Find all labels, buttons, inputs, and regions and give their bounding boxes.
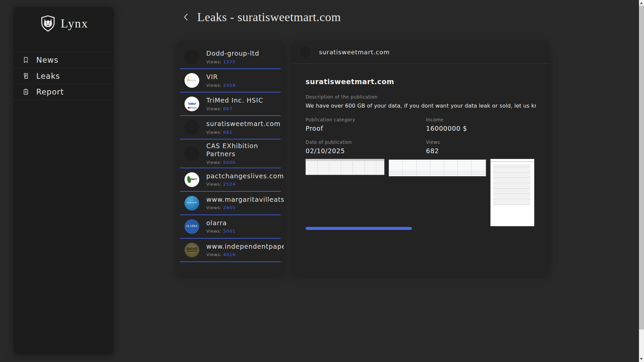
lynx-shield-icon — [39, 15, 57, 32]
sidebar-nav: News Leaks Report — [13, 52, 114, 100]
chevron-left-icon — [182, 13, 190, 21]
page-header: Leaks - suratisweetmart.com — [181, 10, 341, 24]
avatar — [300, 47, 311, 58]
field-income: Income 16000000 $ — [426, 117, 536, 132]
list-item[interactable]: Margaritavillewww.margaritavilleatseaVie… — [177, 192, 284, 215]
sidebar-item-label: Leaks — [36, 72, 60, 80]
back-button[interactable] — [181, 11, 191, 23]
bookmark-icon — [22, 56, 30, 64]
leaks-list: Dodd-group-ltdViews: 1375ABrambyVIRViews… — [177, 46, 284, 262]
detail-fields: Publication category Proof Income 160000… — [306, 117, 536, 155]
list-item[interactable]: Dodd-group-ltdViews: 1375 — [177, 46, 284, 68]
scroll-down-arrow-icon[interactable] — [640, 358, 643, 360]
field-label: Income — [426, 117, 536, 122]
gallery-horizontal-scrollbar[interactable] — [306, 227, 536, 230]
leak-views: Views: 681 — [206, 130, 284, 135]
sidebar-item-label: News — [36, 56, 58, 64]
leak-name: TriMed Inc. HSIC — [206, 97, 284, 105]
field-label: Publication category — [306, 117, 426, 122]
leak-name: suratisweetmart.com — [206, 120, 284, 128]
avatar: OLARRA — [184, 219, 199, 234]
description-label: Description of the publication — [306, 94, 536, 100]
leak-views: Views: 697 — [206, 106, 284, 111]
field-views: Views 682 — [426, 139, 536, 155]
list-item[interactable]: CAS EXhibition PartnersViews: 5000 — [177, 139, 284, 168]
detail-title: suratisweetmart.com — [306, 78, 536, 86]
field-value: 02/10/2025 — [306, 147, 426, 155]
field-value: Proof — [306, 125, 426, 132]
scroll-up-arrow-icon[interactable] — [640, 2, 643, 4]
avatar — [184, 50, 199, 64]
description-text: We have over 600 GB of your data, if you… — [306, 103, 536, 109]
avatar: Margaritaville — [184, 196, 199, 210]
leak-views: Views: 5000 — [206, 160, 284, 165]
list-item[interactable]: PACTpactchangeslives.comViews: 2524 — [177, 168, 284, 191]
leaks-list-panel: Dodd-group-ltdViews: 1375ABrambyVIRViews… — [177, 41, 284, 276]
app-logo: Lynx — [13, 15, 114, 32]
avatar — [184, 146, 199, 161]
leak-name: VIR — [206, 73, 284, 81]
proof-gallery — [306, 159, 536, 226]
sidebar-item-report[interactable]: Report — [13, 84, 114, 100]
list-item[interactable]: INDEPENDENT PAPERBOARD MARKETINGwww.inde… — [177, 239, 284, 261]
leak-views: Views: 5001 — [206, 229, 284, 234]
sidebar-item-news[interactable]: News — [13, 52, 114, 68]
field-value: 682 — [426, 147, 536, 155]
vertical-scrollbar[interactable] — [639, 0, 644, 362]
proof-image-2[interactable] — [389, 160, 486, 176]
leak-name: pactchangeslives.com — [206, 172, 284, 180]
sidebar-item-label: Report — [36, 87, 64, 96]
avatar: ABramby — [184, 73, 199, 88]
list-item[interactable]: TriMedTriMed Inc. HSICViews: 697 — [177, 93, 284, 115]
detail-header-name: suratisweetmart.com — [319, 49, 390, 56]
leak-detail-panel: suratisweetmart.com suratisweetmart.com … — [292, 41, 549, 276]
leak-name: olarra — [206, 219, 284, 227]
brand-name: Lynx — [61, 16, 88, 31]
gallery-scrollbar-thumb[interactable] — [306, 227, 412, 230]
leak-name: CAS EXhibition Partners — [206, 142, 284, 158]
leak-views: Views: 2800 — [206, 205, 284, 210]
vertical-scrollbar-thumb[interactable] — [639, 6, 644, 329]
list-item[interactable]: ABrambyVIRViews: 2459 — [177, 69, 284, 92]
field-value: 16000000 $ — [426, 125, 536, 132]
proof-image-3[interactable] — [490, 159, 534, 226]
sidebar: Lynx News Leaks Report — [13, 7, 114, 354]
avatar: INDEPENDENT PAPERBOARD MARKETING — [184, 243, 199, 257]
list-item[interactable]: suratisweetmart.comViews: 681 — [177, 116, 284, 139]
avatar: TriMed — [184, 97, 199, 111]
page-title: Leaks - suratisweetmart.com — [197, 10, 341, 24]
list-item[interactable]: OLARRAolarraViews: 5001 — [177, 215, 284, 238]
avatar — [184, 120, 199, 135]
detail-body: suratisweetmart.com Description of the p… — [292, 78, 549, 230]
leak-views: Views: 2459 — [206, 83, 284, 88]
avatar: PACT — [184, 172, 199, 187]
field-date-of-publication: Date of publication 02/10/2025 — [306, 139, 426, 155]
proof-image-1[interactable] — [306, 159, 384, 175]
clipboard-icon — [22, 88, 30, 96]
field-label: Date of publication — [306, 139, 426, 145]
field-publication-category: Publication category Proof — [306, 117, 426, 132]
leak-views: Views: 1375 — [206, 59, 284, 64]
detail-header: suratisweetmart.com — [292, 41, 549, 64]
sidebar-item-leaks[interactable]: Leaks — [13, 68, 114, 84]
leak-name: www.independentpaper — [206, 243, 284, 251]
leak-views: Views: 4016 — [206, 252, 284, 257]
leak-name: www.margaritavilleatsea — [206, 196, 284, 204]
leak-views: Views: 2524 — [206, 182, 284, 187]
receipt-icon — [22, 72, 30, 80]
field-label: Views — [426, 139, 536, 145]
list-divider — [180, 261, 281, 262]
leak-name: Dodd-group-ltd — [206, 50, 284, 58]
